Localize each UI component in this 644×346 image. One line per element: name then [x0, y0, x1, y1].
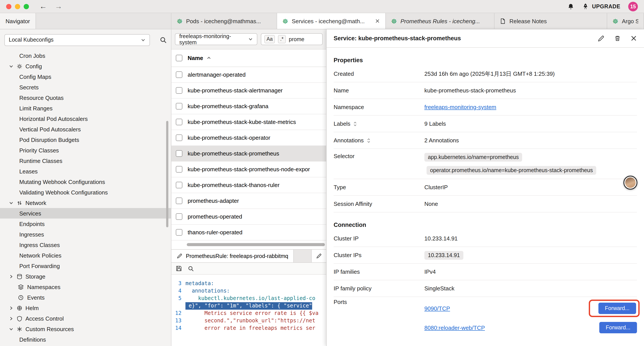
sidebar-item-priority-classes[interactable]: Priority Classes: [0, 145, 171, 155]
table-row[interactable]: kube-prometheus-stack-kube-state-metrics: [172, 114, 326, 130]
close-window-button[interactable]: [6, 4, 12, 9]
sidebar-item-leases[interactable]: Leases: [0, 166, 171, 177]
row-checkbox[interactable]: [176, 71, 182, 78]
sidebar-group-network[interactable]: Network: [0, 198, 171, 208]
sidebar-item-validating-webhook-configurations[interactable]: Validating Webhook Configurations: [0, 187, 171, 198]
tab-release-notes[interactable]: Release Notes: [494, 13, 607, 29]
asterisk-icon: [17, 326, 23, 332]
tab-argo[interactable]: ☸ Argo Se: [607, 13, 644, 29]
tab-prometheus-rules[interactable]: ☸ Prometheus Rules - icecheng...: [386, 13, 494, 29]
forward-icon[interactable]: →: [55, 3, 62, 10]
sidebar-item-events[interactable]: Events: [0, 292, 171, 303]
property-row-labels[interactable]: Labels 9 Labels: [334, 116, 637, 132]
namespace-link[interactable]: freeleaps-monitoring-system: [424, 104, 496, 110]
sort-ascending-icon[interactable]: [207, 56, 212, 60]
close-tab-icon[interactable]: [375, 18, 380, 24]
table-row[interactable]: kube-prometheus-stack-operator: [172, 130, 326, 146]
namespace-selector[interactable]: freeleaps-monitoring-system: [175, 33, 257, 45]
navigator-panel-tab[interactable]: Navigator: [0, 13, 36, 29]
sidebar-item-cron-jobs[interactable]: Cron Jobs: [0, 50, 171, 61]
sidebar-item-ingress-classes[interactable]: Ingress Classes: [0, 240, 171, 250]
maximize-window-button[interactable]: [24, 4, 29, 9]
bell-icon[interactable]: [568, 3, 574, 10]
sidebar-scrollbar[interactable]: [166, 121, 168, 227]
sidebar-group-storage[interactable]: Storage: [0, 271, 171, 282]
avatar[interactable]: [624, 176, 638, 190]
sidebar-item-limit-ranges[interactable]: Limit Ranges: [0, 103, 171, 113]
close-icon[interactable]: [630, 35, 637, 42]
trash-icon[interactable]: [614, 35, 621, 42]
sidebar-item-runtime-classes[interactable]: Runtime Classes: [0, 155, 171, 166]
table-row[interactable]: prometheus-operated: [172, 209, 326, 225]
tab-pods[interactable]: ☸ Pods - icecheng@mathmas...: [172, 13, 277, 29]
sidebar-item-config-maps[interactable]: Config Maps: [0, 71, 171, 82]
sidebar-toolbar: Local Kubeconfigs: [0, 29, 171, 50]
row-checkbox[interactable]: [176, 87, 182, 94]
sidebar-item-services[interactable]: Services: [0, 208, 171, 219]
forward-port-button[interactable]: Forward...: [598, 303, 636, 314]
sidebar-item-ingresses[interactable]: Ingresses: [0, 229, 171, 240]
sidebar-item-horizontal-pod-autoscalers[interactable]: Horizontal Pod Autoscalers: [0, 113, 171, 124]
sidebar-item-pod-disruption-budgets[interactable]: Pod Disruption Budgets: [0, 134, 171, 145]
row-checkbox[interactable]: [176, 182, 182, 188]
sidebar-item-secrets[interactable]: Secrets: [0, 82, 171, 92]
expand-updown-icon[interactable]: [366, 138, 371, 143]
table-row[interactable]: prometheus-adapter: [172, 193, 326, 209]
sidebar-item-vertical-pod-autoscalers[interactable]: Vertical Pod Autoscalers: [0, 124, 171, 134]
sidebar-item-port-forwarding[interactable]: Port Forwarding: [0, 261, 171, 271]
editor-tab-partial[interactable]: [311, 250, 326, 262]
row-checkbox[interactable]: [176, 150, 182, 157]
upgrade-button[interactable]: UPGRADE: [582, 3, 620, 10]
row-checkbox[interactable]: [176, 213, 182, 220]
table-row[interactable]: kube-prometheus-stack-grafana: [172, 98, 326, 114]
row-checkbox[interactable]: [176, 119, 182, 125]
sidebar-item-mutating-webhook-configurations[interactable]: Mutating Webhook Configurations: [0, 177, 171, 187]
row-checkbox[interactable]: [176, 134, 182, 141]
editor-tab-prometheusrule[interactable]: PrometheusRule: freeleaps-prod-rabbitmq: [172, 250, 294, 262]
edit-icon[interactable]: [598, 35, 604, 42]
sidebar-group-helm[interactable]: Helm: [0, 303, 171, 313]
yaml-editor[interactable]: 3metadata: 4 annotations: 5 kubectl.kube…: [172, 275, 326, 346]
table-row[interactable]: alertmanager-operated: [172, 67, 326, 83]
upgrade-label: UPGRADE: [592, 3, 620, 9]
code-line: annotations:: [186, 287, 230, 295]
regex-toggle[interactable]: .*: [278, 35, 286, 43]
port-link-9090[interactable]: 9090/TCP: [424, 305, 450, 312]
table-row[interactable]: kube-prometheus-stack-prometheus-node-ex…: [172, 162, 326, 177]
sidebar-item-namespaces[interactable]: Namespaces: [0, 282, 171, 292]
minimize-window-button[interactable]: [15, 4, 20, 9]
chevron-right-icon: [9, 316, 14, 321]
kubeconfig-selector[interactable]: Local Kubeconfigs: [4, 34, 150, 46]
sidebar-item-network-policies[interactable]: Network Policies: [0, 250, 171, 261]
table-row-selected[interactable]: kube-prometheus-stack-prometheus: [172, 146, 326, 162]
sidebar-item-resource-quotas[interactable]: Resource Quotas: [0, 92, 171, 103]
sidebar-group-access-control[interactable]: Access Control: [0, 313, 171, 324]
row-checkbox[interactable]: [176, 229, 182, 236]
forward-port-button[interactable]: Forward...: [599, 322, 637, 333]
select-all-checkbox[interactable]: [176, 55, 182, 61]
save-icon[interactable]: [176, 265, 182, 272]
property-row-annotations[interactable]: Annotations 2 Annotations: [334, 132, 637, 149]
notification-count-badge[interactable]: 15: [628, 1, 638, 11]
table-row[interactable]: kube-prometheus-stack-thanos-ruler: [172, 177, 326, 193]
sidebar-group-config[interactable]: Config: [0, 61, 171, 71]
horizontal-scrollbar-thumb[interactable]: [187, 243, 325, 246]
port-link-8080[interactable]: 8080:reloader-web/TCP: [424, 324, 485, 331]
table-row[interactable]: thanos-ruler-operated: [172, 225, 326, 240]
table-row[interactable]: kube-prometheus-stack-alertmanager: [172, 83, 326, 98]
search-input[interactable]: Aa .* prome: [261, 33, 323, 45]
search-icon[interactable]: [160, 36, 166, 43]
sidebar-item-endpoints[interactable]: Endpoints: [0, 219, 171, 229]
sidebar-group-custom-resources[interactable]: Custom Resources: [0, 324, 171, 334]
search-icon[interactable]: [188, 266, 194, 271]
match-case-toggle[interactable]: Aa: [264, 35, 275, 43]
sidebar-item-definitions[interactable]: Definitions: [0, 334, 171, 345]
back-icon[interactable]: ←: [40, 3, 47, 10]
chevron-down-icon: [9, 327, 14, 331]
expand-updown-icon[interactable]: [353, 121, 358, 126]
row-checkbox[interactable]: [176, 198, 182, 204]
row-checkbox[interactable]: [176, 166, 182, 173]
tab-services[interactable]: ☸ Services - icecheng@math...: [277, 13, 386, 29]
name-column-header[interactable]: Name: [188, 55, 203, 61]
row-checkbox[interactable]: [176, 103, 182, 109]
